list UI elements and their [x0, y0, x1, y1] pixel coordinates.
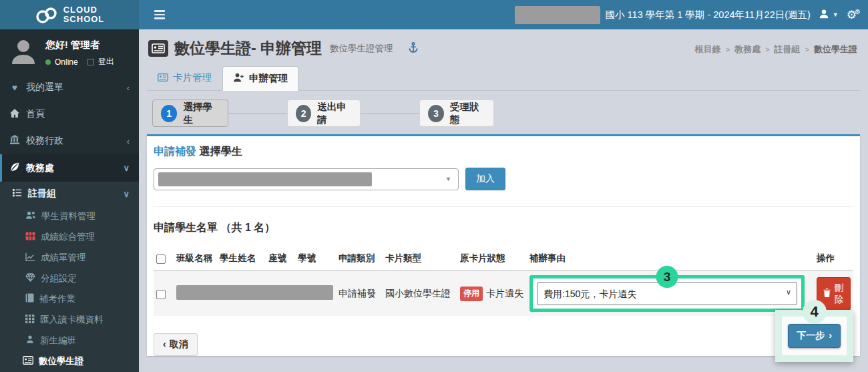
highlight-box-3: 3 費用:150元，卡片遺失 ∨: [529, 275, 805, 312]
registration-submenu: 學生資料管理 成績綜合管理 成績單管理: [0, 206, 139, 371]
step-select-students[interactable]: 1 選擇學生: [152, 100, 228, 127]
redacted-student-selection: [158, 172, 372, 186]
top-navbar: CLOUD SCHOOL 國小 113 學年第 1 學期 - 2024年11月2…: [0, 0, 868, 29]
sidebar-menu: ♥ 我的選單 ‹ 首頁 校務行政 ‹ 教務處 ∨: [0, 74, 139, 372]
sidebar: 您好! 管理者 Online 登出 ♥ 我的選單 ‹ 首頁: [0, 29, 139, 372]
settings-gears-icon[interactable]: ⚙⚙: [847, 8, 859, 22]
col-apply-type: 申請類別: [336, 248, 383, 270]
col-original-card-status: 原卡片狀態: [457, 248, 527, 270]
sidebar-item-my-menu[interactable]: ♥ 我的選單 ‹: [0, 74, 139, 101]
logout-icon: [87, 59, 94, 65]
redacted-student-info: [176, 285, 333, 300]
next-step-button[interactable]: 下一步›: [788, 324, 841, 348]
table-row: 申請補發 國小數位學生證 停用卡片遺失 3 費用:150元，卡片遺失: [154, 270, 853, 316]
highlight-box-4: 4 下一步›: [775, 310, 853, 362]
sidebar-item-transcript-management[interactable]: 成績單管理: [0, 247, 139, 268]
step-acceptance-status[interactable]: 3 受理狀態: [419, 100, 494, 127]
main-panel: 申請補發 選擇學生 ▼ 加入 申請學生名單 （共 1 名）: [147, 134, 860, 356]
page-title: 數位學生證- 申辦管理: [174, 38, 322, 59]
list-icon: [12, 188, 22, 200]
dropdown-caret-icon: ▼: [445, 176, 451, 182]
breadcrumb-root[interactable]: 根目錄: [695, 43, 721, 55]
academic-affairs-submenu: 註冊組 ∨ 學生資料管理 成績綜合管理: [0, 182, 139, 372]
table-icon: [25, 232, 35, 242]
user-icon: [819, 9, 829, 21]
term-date-text: 國小 113 學年第 1 學期 - 2024年11月22日(週五): [606, 9, 811, 21]
id-card-icon: [23, 356, 33, 367]
back-arrow-icon: ‹: [163, 339, 166, 349]
heart-icon: ♥: [9, 82, 20, 93]
sidebar-item-grade-management[interactable]: 成績綜合管理: [0, 226, 139, 247]
chevron-left-icon: ‹: [127, 83, 130, 93]
user-panel: 您好! 管理者 Online 登出: [0, 29, 139, 74]
col-card-type: 卡片類型: [383, 248, 457, 270]
chevron-left-icon: ‹: [127, 136, 130, 146]
col-student-name: 學生姓名: [217, 248, 266, 270]
logo-line2: SCHOOL: [63, 14, 105, 24]
chevron-down-icon: ∨: [123, 163, 130, 173]
page-subtitle: 數位學生證管理: [330, 43, 393, 55]
row-checkbox[interactable]: [156, 290, 166, 299]
next-arrow-icon: ›: [829, 330, 832, 341]
cloud-school-logo-icon: [35, 5, 59, 25]
leaf-icon: [9, 162, 20, 174]
person-icon: [25, 335, 35, 346]
applicant-table: 班級名稱 學生姓名 座號 學號 申請類別 卡片類型 原卡片狀態 補辦事由 操作: [154, 248, 853, 316]
sidebar-item-makeup-exam[interactable]: 補考作業: [0, 289, 139, 309]
status-badge: 停用: [460, 287, 483, 301]
sidebar-item-student-data[interactable]: 學生資料管理: [0, 206, 139, 226]
user-menu[interactable]: ▼: [819, 9, 839, 21]
annotation-badge-3: 3: [656, 266, 678, 288]
add-student-button[interactable]: 加入: [465, 168, 505, 190]
sidebar-item-registration-group[interactable]: 註冊組 ∨: [0, 182, 139, 206]
tab-application-management[interactable]: 申辦管理: [222, 66, 298, 91]
cell-card-type: 國小數位學生證: [383, 270, 457, 316]
person-plus-tab-icon: [233, 73, 244, 84]
book-icon: [25, 293, 34, 305]
avatar: [9, 37, 37, 67]
breadcrumb-registration[interactable]: 註冊組: [775, 43, 801, 55]
col-class-name: 班級名稱: [174, 248, 217, 270]
col-student-id: 學號: [295, 248, 336, 270]
app-logo[interactable]: CLOUD SCHOOL: [0, 0, 139, 29]
breadcrumb-academic-affairs[interactable]: 教務處: [734, 43, 761, 55]
student-select-dropdown[interactable]: ▼: [154, 168, 459, 190]
sidebar-item-freshman-placement[interactable]: 新生編班: [0, 330, 139, 351]
online-status-icon: [45, 59, 51, 65]
cell-apply-type: 申請補發: [336, 270, 383, 316]
step-connector: [361, 113, 421, 114]
wizard-steps: 1 選擇學生 2 送出申請 3 受理狀態: [147, 100, 860, 128]
step-number: 3: [428, 105, 444, 122]
card-tab-icon: [158, 73, 168, 83]
sidebar-item-grouping-settings[interactable]: 分組設定: [0, 268, 139, 289]
tab-card-management[interactable]: 卡片管理: [147, 65, 222, 90]
user-greeting: 您好! 管理者: [45, 39, 114, 51]
sidebar-item-school-admin[interactable]: 校務行政 ‹: [0, 128, 139, 154]
trash-icon: [823, 289, 831, 299]
logo-line1: CLOUD: [63, 5, 97, 15]
redacted-school-name: [515, 6, 600, 24]
grid-icon: [25, 315, 35, 325]
select-all-checkbox[interactable]: [156, 254, 166, 264]
step-number: 2: [296, 105, 311, 122]
sidebar-item-academic-affairs[interactable]: 教務處 ∨: [0, 154, 139, 182]
annotation-badge-4: 4: [803, 300, 827, 324]
cell-reissue-reason: 3 費用:150元，卡片遺失 ∨: [527, 270, 807, 316]
logout-link[interactable]: 登出: [98, 56, 114, 67]
line-chart-icon: [25, 252, 35, 263]
col-seat-number: 座號: [266, 248, 295, 270]
breadcrumb-current: 數位學生證: [814, 43, 857, 55]
status-text: 卡片遺失: [486, 287, 523, 298]
apply-section-heading: 申請補發 選擇學生: [154, 145, 853, 159]
navbar: 國小 113 學年第 1 學期 - 2024年11月22日(週五) ▼ ⚙⚙: [139, 0, 868, 29]
sidebar-item-digital-student-id[interactable]: 數位學生證: [0, 351, 139, 371]
sidebar-toggle-icon[interactable]: [148, 3, 171, 26]
sidebar-item-card-reader-import[interactable]: 匯入讀卡機資料: [0, 309, 139, 330]
step-connector: [228, 113, 288, 114]
cancel-button[interactable]: ‹取消: [154, 333, 198, 356]
bank-icon: [9, 135, 20, 147]
sidebar-item-home[interactable]: 首頁: [0, 101, 139, 128]
online-status-label: Online: [55, 57, 78, 67]
anchor-icon[interactable]: [409, 42, 418, 55]
step-submit-application[interactable]: 2 送出申請: [287, 100, 361, 127]
